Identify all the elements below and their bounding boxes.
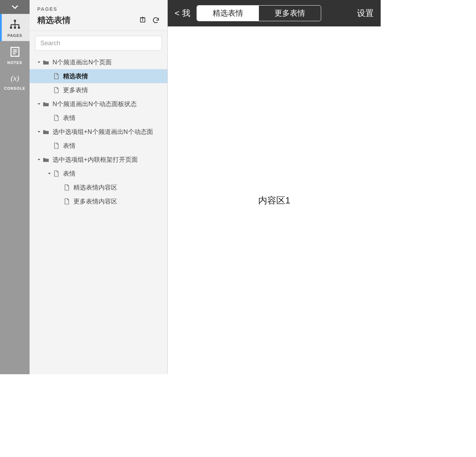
pages-panel: PAGES 精选表情 N个频道画出N个页面精选表情更多表情N个频道画出N个动态面… <box>30 0 168 374</box>
chevron-down-icon <box>11 3 19 11</box>
svg-rect-1 <box>10 27 12 29</box>
nav-item-notes[interactable]: NOTES <box>0 41 30 68</box>
nav-label: CONSOLE <box>4 86 25 90</box>
disclosure-triangle-icon[interactable] <box>36 60 42 64</box>
refresh-button[interactable] <box>152 16 160 24</box>
tree-item-label: 精选表情内容区 <box>73 183 117 192</box>
folder-icon <box>42 101 50 107</box>
preview-pane: < 我 精选表情更多表情 设置 内容区1 <box>168 0 381 374</box>
page-icon <box>53 73 60 79</box>
settings-button[interactable]: 设置 <box>357 8 374 19</box>
back-button[interactable]: < 我 <box>175 8 190 19</box>
tree-folder[interactable]: 选中选项组+内联框架打开页面 <box>30 153 167 167</box>
svg-rect-3 <box>18 27 20 29</box>
tree-item-label: 表情 <box>63 169 76 178</box>
tree-page[interactable]: 精选表情 <box>30 69 167 83</box>
page-tree: N个频道画出N个页面精选表情更多表情N个频道画出N个动态面板状态表情选中选项组+… <box>30 55 167 374</box>
page-icon <box>53 170 60 177</box>
page-icon <box>63 198 71 205</box>
share-icon <box>139 16 146 24</box>
disclosure-triangle-icon[interactable] <box>46 171 53 176</box>
nav-label: PAGES <box>7 33 22 38</box>
tree-item-label: N个频道画出N个动态面板状态 <box>53 100 137 108</box>
disclosure-triangle-icon[interactable] <box>36 158 42 162</box>
left-nav-bar: PAGESNOTES(x)CONSOLE <box>0 0 30 374</box>
collapse-panel-button[interactable] <box>0 0 30 14</box>
tree-item-label: 表情 <box>63 142 76 150</box>
tree-item-label: 更多表情内容区 <box>73 197 117 206</box>
tab-segmented-control: 精选表情更多表情 <box>197 5 321 21</box>
panel-eyebrow: PAGES <box>37 6 160 12</box>
tree-page[interactable]: 表情 <box>30 111 167 125</box>
pages-panel-header: PAGES 精选表情 <box>30 0 167 31</box>
svg-rect-2 <box>14 27 16 29</box>
preview-body: 内容区1 <box>168 26 381 374</box>
svg-rect-0 <box>14 20 16 22</box>
tree-item-label: N个频道画出N个页面 <box>53 58 112 66</box>
folder-icon <box>42 59 50 65</box>
pages-icon <box>9 19 21 31</box>
preview-content-label: 内容区1 <box>258 194 290 207</box>
svg-text:(x): (x) <box>10 74 19 82</box>
page-title: 精选表情 <box>37 15 71 26</box>
disclosure-triangle-icon[interactable] <box>36 102 42 106</box>
tree-page[interactable]: 更多表情 <box>30 83 167 97</box>
console-icon: (x) <box>8 73 22 83</box>
share-button[interactable] <box>139 16 146 24</box>
page-icon <box>53 115 60 121</box>
tree-item-label: 精选表情 <box>63 72 88 80</box>
nav-label: NOTES <box>7 61 22 65</box>
refresh-icon <box>152 16 160 24</box>
tree-item-label: 选中选项组+内联框架打开页面 <box>53 155 138 164</box>
tree-page[interactable]: 精选表情内容区 <box>30 181 167 194</box>
notes-icon <box>9 46 21 58</box>
tab-featured[interactable]: 精选表情 <box>197 6 259 21</box>
tree-page[interactable]: 表情 <box>30 167 167 181</box>
nav-item-console[interactable]: (x)CONSOLE <box>0 68 30 94</box>
page-icon <box>53 143 60 149</box>
tree-folder[interactable]: N个频道画出N个动态面板状态 <box>30 97 167 111</box>
page-icon <box>53 87 60 93</box>
tab-more[interactable]: 更多表情 <box>259 6 321 21</box>
tree-folder[interactable]: 选中选项组+N个频道画出N个动态面 <box>30 125 167 139</box>
tree-item-label: 更多表情 <box>63 86 88 94</box>
tree-folder[interactable]: N个频道画出N个页面 <box>30 55 167 69</box>
tree-item-label: 选中选项组+N个频道画出N个动态面 <box>53 128 153 136</box>
page-icon <box>63 184 71 191</box>
tree-item-label: 表情 <box>63 114 76 122</box>
folder-icon <box>42 157 50 162</box>
tree-page[interactable]: 表情 <box>30 139 167 153</box>
tree-page[interactable]: 更多表情内容区 <box>30 194 167 208</box>
preview-topbar: < 我 精选表情更多表情 设置 <box>168 0 381 26</box>
search-input[interactable] <box>35 36 162 50</box>
disclosure-triangle-icon[interactable] <box>36 130 42 134</box>
nav-item-pages[interactable]: PAGES <box>0 14 30 41</box>
folder-icon <box>42 129 50 135</box>
